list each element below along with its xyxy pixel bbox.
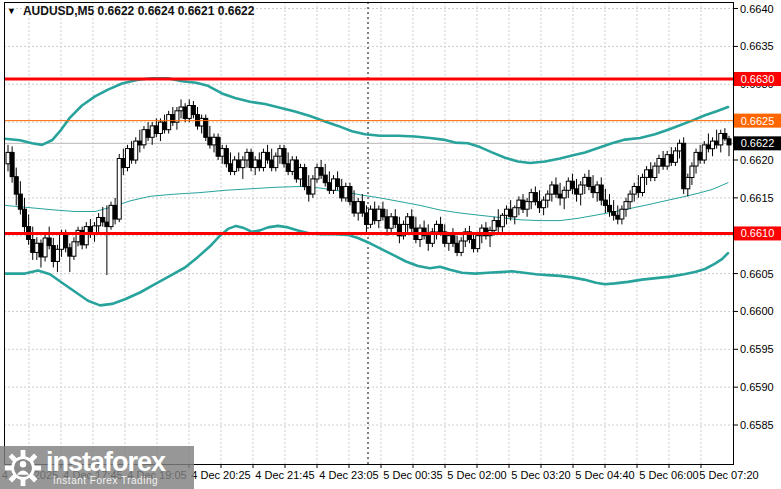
candle-body	[537, 202, 541, 208]
candle-body	[492, 221, 496, 231]
candle-body	[496, 221, 500, 227]
candle-body	[682, 143, 686, 188]
candle-body	[290, 160, 294, 171]
time-label: 4 Dec 21:45	[255, 469, 314, 481]
candle-body	[389, 217, 393, 228]
candle-body	[331, 179, 335, 190]
candle-body	[632, 187, 636, 195]
candle-body	[257, 160, 261, 168]
instaforex-watermark: instaforex Instant Forex Trading	[0, 446, 194, 489]
candle-body	[299, 168, 303, 179]
candle-body	[620, 209, 624, 219]
candle-body	[327, 183, 331, 191]
candle-body	[336, 179, 340, 187]
price-label: 0.6590	[740, 381, 774, 393]
time-label: 4 Dec 23:05	[319, 469, 378, 481]
candle-body	[117, 159, 121, 220]
candle-body	[282, 149, 286, 164]
candle-body	[591, 187, 595, 193]
candle-body	[245, 152, 249, 160]
candle-body	[224, 149, 228, 164]
candle-body	[18, 194, 22, 209]
candle-body	[595, 185, 599, 193]
candle-body	[10, 152, 14, 176]
candle-body	[410, 217, 414, 228]
candle-body	[657, 159, 661, 167]
candle-body	[84, 227, 88, 245]
candle-body	[212, 137, 216, 145]
candle-body	[64, 234, 68, 248]
candle-body	[274, 156, 278, 167]
candle-body	[698, 152, 702, 160]
current-price-badge-text: 0.6622	[741, 137, 775, 149]
candle-body	[101, 218, 105, 223]
candle-body	[253, 160, 257, 168]
time-label: 5 Dec 07:20	[699, 469, 758, 481]
candle-body	[583, 177, 587, 185]
candle-body	[616, 215, 620, 219]
candle-body	[154, 126, 158, 134]
candle-body	[340, 187, 344, 198]
candle-body	[109, 205, 113, 226]
candle-body	[22, 209, 26, 226]
candle-body	[661, 159, 665, 167]
candle-body	[60, 234, 64, 249]
candle-body	[286, 164, 290, 172]
candle-body	[570, 181, 574, 189]
candle-body	[323, 175, 327, 183]
candle-body	[624, 202, 628, 210]
candle-body	[455, 243, 459, 252]
candle-body	[220, 149, 224, 157]
candle-body	[628, 194, 632, 202]
candle-body	[509, 209, 513, 217]
candle-body	[167, 115, 171, 130]
candle-body	[352, 202, 356, 213]
candle-body	[434, 224, 438, 232]
candle-body	[636, 187, 640, 193]
bollinger-bands	[5, 78, 728, 305]
candle-body	[472, 240, 476, 249]
candle-body	[191, 106, 195, 115]
candle-body	[241, 160, 245, 168]
candle-body	[43, 238, 47, 257]
candle-body	[183, 107, 187, 118]
candle-body	[459, 241, 463, 252]
price-chart-canvas[interactable]: 0.66400.66350.66300.66250.66200.66150.66…	[0, 0, 781, 489]
price-axis: 0.66400.66350.66300.66250.66200.66150.66…	[733, 3, 774, 431]
candle-body	[233, 160, 237, 171]
candle-body	[649, 170, 653, 178]
candle-body	[451, 236, 455, 244]
candle-body	[653, 166, 657, 177]
candle-body	[356, 202, 360, 213]
candle-body	[715, 141, 719, 145]
candle-body	[546, 194, 550, 200]
time-label: 5 Dec 03:20	[511, 469, 570, 481]
candle-body	[261, 152, 265, 167]
candle-body	[377, 209, 381, 220]
candle-body	[529, 193, 533, 202]
candle-body	[608, 205, 612, 211]
chart-dropdown-icon[interactable]: ▼	[7, 7, 16, 16]
candle-body	[521, 200, 525, 209]
candle-body	[566, 181, 570, 190]
candle-body	[562, 190, 566, 198]
candle-body	[249, 152, 253, 167]
time-label: 5 Dec 00:35	[383, 469, 442, 481]
candle-body	[505, 209, 509, 215]
candle-body	[138, 141, 142, 145]
price-label: 0.6605	[740, 268, 774, 280]
candle-body	[439, 224, 443, 232]
candle-body	[146, 130, 150, 138]
time-label: 5 Dec 06:00	[639, 469, 698, 481]
candle-body	[270, 160, 274, 168]
candle-body	[533, 193, 537, 202]
candle-body	[385, 217, 389, 228]
candle-body	[121, 159, 125, 168]
candle-body	[39, 243, 43, 257]
candle-body	[315, 168, 319, 179]
bollinger-lower-band	[5, 226, 728, 306]
candle-body	[142, 130, 146, 145]
candle-body	[706, 145, 710, 149]
candle-body	[319, 168, 323, 176]
candle-body	[673, 151, 677, 162]
